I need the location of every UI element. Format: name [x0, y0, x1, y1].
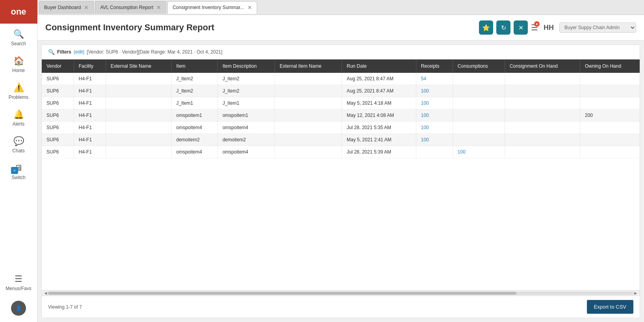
sidebar-item-home[interactable]: 🏠 Home	[0, 50, 37, 77]
scroll-right-arrow[interactable]: ▶	[633, 291, 638, 295]
table-cell: J_Item1	[171, 97, 217, 109]
sidebar-item-alerts[interactable]: 🔔 Alerts	[0, 104, 37, 131]
table-cell[interactable]: 54	[416, 73, 453, 85]
sidebar-item-menus[interactable]: ☰ Menus/Favs	[0, 268, 37, 295]
tab-label-consignment-summary: Consignment Inventory Summar...	[173, 5, 244, 10]
tab-avl-consumption[interactable]: AVL Consumption Report ✕	[95, 1, 166, 14]
favorite-button[interactable]: ⭐	[479, 20, 493, 35]
tab-label-buyer-dashboard: Buyer Dashboard	[44, 5, 81, 10]
tab-close-consignment-summary[interactable]: ✕	[247, 4, 252, 11]
table-cell	[275, 122, 342, 134]
table-cell: H4-F1	[74, 85, 106, 97]
table-cell	[453, 134, 505, 146]
table-cell: J_Item2	[171, 73, 217, 85]
table-cell[interactable]: 100	[416, 97, 453, 109]
table-cell	[275, 109, 342, 122]
table-row: SUP6H4-F1J_Item1J_Item1May 5, 2021 4:18 …	[42, 97, 640, 109]
scroll-left-arrow[interactable]: ◀	[43, 291, 48, 295]
sidebar: one 🔍 Search 🏠 Home ⚠️ Problems 🔔 Alerts…	[0, 0, 37, 322]
table-cell: Aug 25, 2021 8:47 AM	[342, 85, 416, 97]
filter-icon: 🔍	[48, 49, 55, 55]
sidebar-item-chats[interactable]: 💬 Chats	[0, 131, 37, 157]
tab-close-buyer-dashboard[interactable]: ✕	[84, 4, 89, 11]
menu-button[interactable]: ☰ ●	[531, 23, 538, 32]
table-cell: 200	[580, 109, 640, 122]
table-cell	[580, 97, 640, 109]
tab-close-avl-consumption[interactable]: ✕	[156, 4, 161, 11]
table-cell: H4-F1	[74, 146, 106, 158]
col-facility: Facility	[74, 59, 106, 73]
col-owning-on-hand: Owning On Hand	[580, 59, 640, 73]
tab-consignment-summary[interactable]: Consignment Inventory Summar... ✕	[167, 1, 257, 14]
table-cell: J_Item2	[171, 85, 217, 97]
table-cell	[106, 109, 171, 122]
col-item-description: Item Description	[217, 59, 275, 73]
col-consumptions: Consumptions	[453, 59, 505, 73]
table-cell	[505, 146, 580, 158]
filters-bar: 🔍 Filters (edit) [Vendor: SUP6 · Vendor]…	[42, 45, 640, 59]
col-receipts: Receipts	[416, 59, 453, 73]
table-cell: May 5, 2021 4:18 AM	[342, 97, 416, 109]
refresh-button[interactable]: ↻	[496, 20, 510, 35]
menus-icon: ☰	[15, 274, 22, 284]
page-title: Consignment Inventory Summary Report	[45, 22, 214, 33]
table-cell	[505, 97, 580, 109]
table-cell: H4-F1	[74, 134, 106, 146]
page-header: Consignment Inventory Summary Report ⭐ ↻…	[37, 15, 644, 41]
table-cell	[580, 122, 640, 134]
close-report-button[interactable]: ✕	[514, 20, 528, 35]
alerts-icon: 🔔	[13, 109, 24, 120]
export-csv-button[interactable]: Export to CSV	[587, 300, 633, 314]
table-row: SUP6H4-F1omspoitem4omspoitem4Jul 28, 202…	[42, 146, 640, 158]
col-external-site-name: External Site Name	[106, 59, 171, 73]
table-cell: demoitem2	[217, 134, 275, 146]
user-avatar-icon: 👤	[11, 301, 26, 316]
table-cell: omspoitem1	[217, 109, 275, 122]
sidebar-label-search: Search	[11, 41, 26, 46]
table-cell	[505, 73, 580, 85]
table-cell	[106, 134, 171, 146]
app-logo[interactable]: one	[0, 0, 37, 24]
table-row: SUP6H4-F1J_Item2J_Item2Aug 25, 2021 8:47…	[42, 73, 640, 85]
table-cell: H4-F1	[74, 97, 106, 109]
table-header-row: Vendor Facility External Site Name Item …	[42, 59, 640, 73]
col-run-date: Run Date	[342, 59, 416, 73]
problems-icon: ⚠️	[13, 83, 24, 93]
user-role-select[interactable]: Buyer Suppy Chain Admin	[559, 22, 636, 33]
search-icon: 🔍	[13, 29, 24, 39]
table-cell[interactable]: 100	[416, 134, 453, 146]
table-cell[interactable]: 100	[416, 109, 453, 122]
sidebar-item-search[interactable]: 🔍 Search	[0, 24, 37, 50]
table-cell	[275, 73, 342, 85]
table-cell: SUP6	[42, 97, 74, 109]
menu-badge: ●	[534, 21, 540, 27]
table-cell: J_Item2	[217, 73, 275, 85]
tab-label-avl-consumption: AVL Consumption Report	[100, 5, 153, 10]
table-cell[interactable]: 100	[416, 85, 453, 97]
main-area: Buyer Dashboard ✕ AVL Consumption Report…	[37, 0, 644, 322]
table-wrapper[interactable]: Vendor Facility External Site Name Item …	[42, 59, 640, 290]
sidebar-item-problems[interactable]: ⚠️ Problems	[0, 77, 37, 104]
table-cell: J_Item2	[217, 85, 275, 97]
table-cell	[106, 122, 171, 134]
table-cell[interactable]: 100	[416, 122, 453, 134]
sidebar-label-problems: Problems	[9, 94, 29, 100]
table-cell: SUP6	[42, 146, 74, 158]
table-cell: Jul 28, 2021 5:35 AM	[342, 122, 416, 134]
filters-edit-link[interactable]: (edit)	[74, 49, 84, 55]
table-cell: Jul 28, 2021 5:39 AM	[342, 146, 416, 158]
table-cell[interactable]: 100	[453, 146, 505, 158]
horizontal-scrollbar[interactable]: ◀ ▶	[42, 290, 640, 296]
header-actions: ⭐ ↻ ✕ ☰ ● HH Buyer Suppy Chain Admin	[479, 20, 636, 35]
tab-buyer-dashboard[interactable]: Buyer Dashboard ✕	[39, 1, 94, 14]
data-table: Vendor Facility External Site Name Item …	[42, 59, 640, 158]
table-cell	[453, 97, 505, 109]
scrollbar-thumb[interactable]	[48, 292, 516, 295]
table-cell	[106, 97, 171, 109]
sidebar-item-user-avatar[interactable]: 👤	[0, 295, 37, 322]
scrollbar-track[interactable]	[48, 292, 633, 295]
sidebar-item-switch[interactable]: 🖥 ≡ Switch	[0, 157, 37, 184]
col-item: Item	[171, 59, 217, 73]
viewing-text: Viewing 1-7 of 7	[48, 304, 82, 310]
table-cell: SUP6	[42, 134, 74, 146]
